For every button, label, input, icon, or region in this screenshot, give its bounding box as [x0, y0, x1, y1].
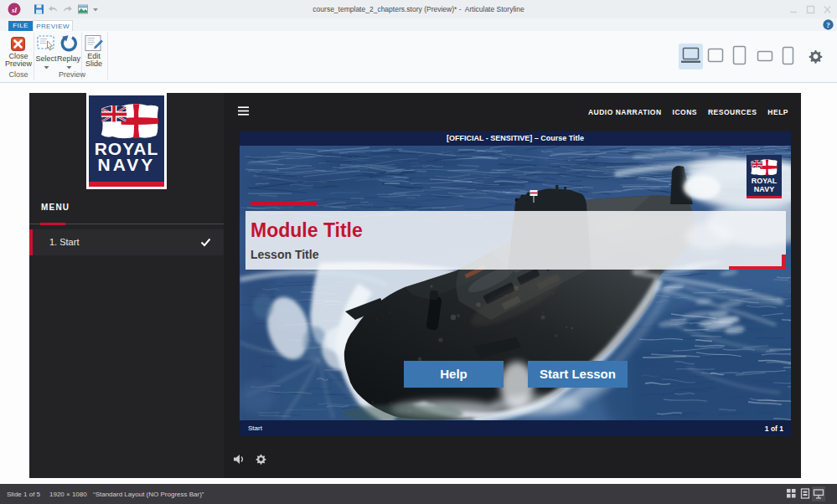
svg-text:?: ?: [826, 21, 829, 29]
